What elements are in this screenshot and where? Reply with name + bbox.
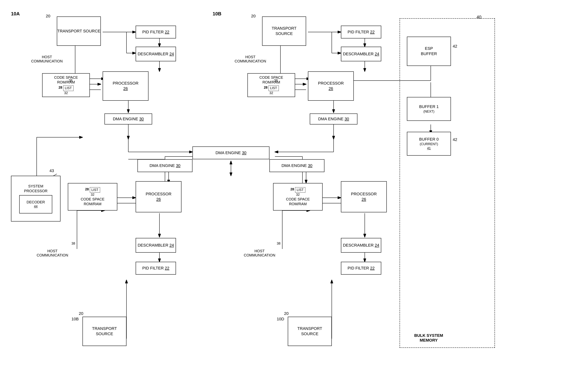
dma-engine-top-right: DMA ENGINE 30 [310,114,357,125]
pid-filter-top-left: PID FILTER 22 [136,26,176,38]
transport-source-bottom-right: TRANSPORTSOURCE [288,317,332,346]
descrambler-bottom-right: DESCRAMBLER 24 [341,238,381,253]
diagram: 10A TRANSPORT SOURCE 20 PID FILTER 22 DE… [0,0,588,376]
code-space-top-right: CODE SPACEROM/RAM 28 LIST 32 [247,73,295,97]
label-40: 40 [477,15,481,20]
transport-source-top-right: TRANSPORTSOURCE [262,16,306,46]
code-space-bottom-left: 28 LIST 32 CODE SPACEROM/RAM [68,183,117,210]
transport-source-top-left: TRANSPORT SOURCE [57,16,101,46]
bulk-system-memory-label: BULK SYSTEMMEMORY [414,333,443,343]
decoder-box: DECODER 44 [19,195,52,213]
pid-filter-bottom-left: PID FILTER 22 [136,262,176,275]
pid-filter-top-right: PID FILTER 22 [341,26,381,38]
dma-engine-central: DMA ENGINE 30 [193,146,269,159]
descrambler-top-right: DESCRAMBLER 24 [341,47,381,61]
processor-top-left: PROCESSOR 26 [103,71,149,101]
label-10B-bottom: 10B [71,317,79,322]
label-38-top-right: 38 [274,79,278,83]
label-20-bottom-left: 20 [79,311,83,316]
esp-buffer: ESP BUFFER [407,37,451,66]
processor-bottom-left: PROCESSOR 26 [136,181,181,212]
dma-engine-top-left: DMA ENGINE 30 [105,114,152,125]
descrambler-bottom-left: DESCRAMBLER 24 [136,238,176,253]
label-10A: 10A [11,11,20,17]
dma-engine-bottom-right: DMA ENGINE 30 [269,159,325,172]
label-38-bottom-left: 38 [71,242,75,245]
label-38-bottom-right: 38 [277,242,281,245]
code-space-top-left: CODE SPACEROM/RAM 28 LIST 32 [42,73,90,97]
processor-bottom-right: PROCESSOR 26 [341,181,387,212]
label-20-top-right: 20 [251,14,256,19]
label-10B: 10B [213,11,221,17]
host-comm-top-left: HOSTCOMMUNICATION [31,55,63,63]
label-38-top-left: 38 [69,79,72,83]
dma-engine-bottom-left: DMA ENGINE 30 [137,159,193,172]
label-42-esp: 42 [453,44,457,49]
code-space-bottom-right: 28 LIST 32 CODE SPACEROM/RAM [273,183,323,210]
descrambler-top-left: DESCRAMBLER 24 [136,47,176,61]
label-43: 43 [49,168,54,173]
label-20-top-left: 20 [46,14,50,19]
label-42-buf: 42 [453,137,457,142]
system-processor: SYSTEMPROCESSOR DECODER 44 [11,176,61,221]
host-comm-bottom-right: HOSTCOMMUNICATION [244,249,275,257]
label-10D: 10D [277,317,284,322]
label-20-bottom-right: 20 [284,311,288,316]
processor-top-right: PROCESSOR 26 [308,71,354,101]
host-comm-bottom-left: HOSTCOMMUNICATION [37,249,68,257]
buffer0: BUFFER 0 (CURRENT) 41 [407,132,451,156]
host-comm-top-right: HOSTCOMMUNICATION [235,55,266,63]
bulk-memory-dashed [400,18,495,348]
buffer1: BUFFER 1 (NEXT) [407,97,451,121]
pid-filter-bottom-right: PID FILTER 22 [341,262,381,275]
transport-source-bottom-left: TRANSPORTSOURCE [83,317,127,346]
